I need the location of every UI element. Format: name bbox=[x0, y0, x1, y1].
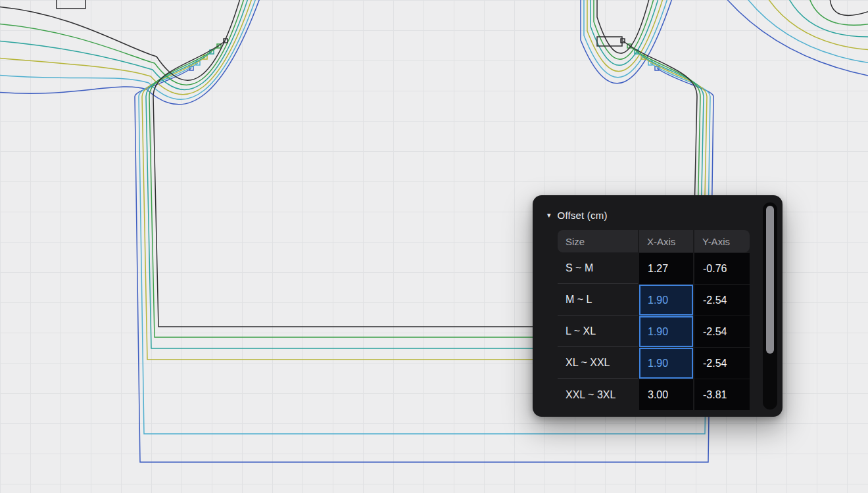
header-y-axis: Y-Axis bbox=[694, 230, 750, 252]
offset-x-cell[interactable]: 3.00 bbox=[639, 379, 693, 410]
offset-table: Size X-Axis Y-Axis S ~ M 1.27 -0.76 M ~ … bbox=[558, 230, 750, 410]
notch-tab bbox=[57, 0, 85, 9]
panel-title: Offset (cm) bbox=[558, 210, 608, 221]
collapse-triangle-icon[interactable]: ▾ bbox=[547, 212, 551, 219]
pattern-piece-top-right[interactable] bbox=[597, 0, 650, 53]
pattern-piece-right-corner[interactable] bbox=[809, 0, 868, 25]
pattern-piece-right-corner[interactable] bbox=[788, 0, 868, 37]
size-range-label: XXL ~ 3XL bbox=[558, 379, 638, 410]
header-size: Size bbox=[558, 230, 638, 252]
pattern-piece-top-left[interactable] bbox=[0, 0, 260, 105]
pattern-piece-right-corner[interactable] bbox=[725, 0, 868, 76]
scrollbar-thumb[interactable] bbox=[766, 206, 774, 354]
offset-x-cell[interactable]: 1.27 bbox=[639, 253, 693, 284]
offset-y-cell[interactable]: -2.54 bbox=[694, 348, 750, 379]
offset-y-cell[interactable]: -3.81 bbox=[694, 379, 750, 410]
pattern-piece-top-right[interactable] bbox=[581, 0, 673, 83]
pattern-piece-top-left[interactable] bbox=[0, 0, 241, 80]
size-range-label: XL ~ XXL bbox=[558, 348, 638, 379]
offset-x-cell[interactable]: 1.90 bbox=[639, 348, 693, 379]
pattern-piece-right-corner[interactable] bbox=[830, 0, 868, 15]
offset-y-cell[interactable]: -0.76 bbox=[694, 253, 750, 284]
size-range-label: L ~ XL bbox=[558, 316, 638, 347]
offset-x-cell[interactable]: 1.90 bbox=[639, 316, 693, 347]
offset-panel: ▾ Offset (cm) Size X-Axis Y-Axis S ~ M 1… bbox=[533, 195, 783, 417]
size-range-label: M ~ L bbox=[558, 285, 638, 316]
pattern-piece-right-corner[interactable] bbox=[746, 0, 868, 63]
header-x-axis: X-Axis bbox=[639, 230, 693, 252]
pattern-piece-top-left[interactable] bbox=[0, 0, 256, 99]
offset-y-cell[interactable]: -2.54 bbox=[694, 316, 750, 347]
pattern-piece-top-right[interactable] bbox=[594, 0, 654, 59]
pattern-editor-workspace: { "canvas": { "width": 1320, "height": 7… bbox=[0, 0, 868, 493]
offset-y-cell[interactable]: -2.54 bbox=[694, 285, 750, 316]
scrollbar-track[interactable] bbox=[763, 202, 777, 410]
offset-x-cell[interactable]: 1.90 bbox=[639, 285, 693, 316]
size-range-label: S ~ M bbox=[558, 253, 638, 284]
panel-header: ▾ Offset (cm) bbox=[533, 195, 783, 223]
